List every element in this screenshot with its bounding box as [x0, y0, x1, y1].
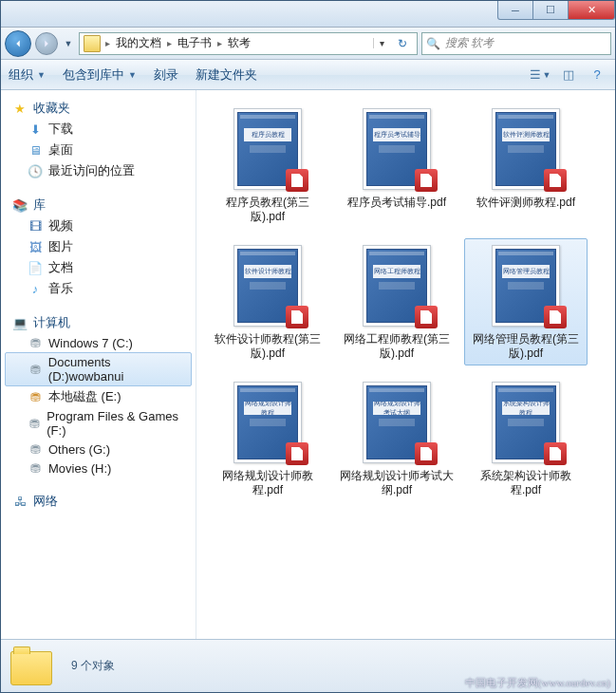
- burn-button[interactable]: 刻录: [154, 66, 178, 84]
- file-name: 程序员考试辅导.pdf: [347, 196, 446, 210]
- search-icon: 🔍: [426, 37, 441, 50]
- sidebar-item-pictures[interactable]: 🖼图片: [1, 236, 196, 257]
- new-folder-button[interactable]: 新建文件夹: [196, 66, 257, 84]
- file-name: 网络管理员教程(第三版).pdf: [469, 332, 583, 361]
- file-item[interactable]: 程序员教程程序员教程(第三版).pdf: [206, 102, 329, 229]
- sidebar-item-downloads[interactable]: ⬇下载: [1, 119, 196, 140]
- file-thumbnail: 网络管理员教程: [483, 243, 569, 328]
- preview-pane-button[interactable]: ◫: [558, 65, 579, 85]
- watermark: 中国电子开发网(www.ourdev.cn): [465, 676, 610, 690]
- file-thumbnail: 网络工程师教程: [354, 243, 439, 328]
- breadcrumb-segment[interactable]: 软考: [227, 35, 252, 51]
- sidebar-item-drive-h[interactable]: ⛃Movies (H:): [1, 459, 196, 478]
- drive-icon: ⛃: [28, 416, 41, 431]
- refresh-button[interactable]: ↻: [392, 37, 413, 50]
- minimize-button[interactable]: ─: [497, 1, 533, 20]
- file-item[interactable]: 网络管理员教程网络管理员教程(第三版).pdf: [464, 238, 588, 365]
- drive-icon: ⛃: [28, 335, 43, 350]
- network-icon: 🖧: [12, 494, 28, 509]
- drive-icon: ⛃: [28, 460, 43, 476]
- computer-header[interactable]: 💻 计算机: [1, 312, 196, 333]
- sidebar-item-drive-g[interactable]: ⛃Others (G:): [1, 440, 196, 459]
- file-item[interactable]: 网络工程师教程网络工程师教程(第三版).pdf: [335, 238, 458, 365]
- music-icon: ♪: [28, 281, 43, 296]
- drive-icon: ⛃: [28, 389, 43, 404]
- history-dropdown[interactable]: ▼: [62, 39, 75, 48]
- file-thumbnail: 软件评测师教程: [483, 106, 569, 192]
- breadcrumb-separator: ▸: [103, 38, 113, 48]
- search-input[interactable]: 🔍 搜索 软考: [421, 32, 611, 55]
- navigation-pane: ★ 收藏夹 ⬇下载 🖥桌面 🕓最近访问的位置 📚 库 🎞视频 🖼图片 📄文档 ♪…: [1, 90, 196, 639]
- file-item[interactable]: 系统架构设计师教程系统架构设计师教程.pdf: [464, 375, 588, 502]
- address-dropdown[interactable]: ▾: [373, 38, 390, 48]
- video-icon: 🎞: [28, 218, 43, 234]
- pdf-icon: [415, 169, 438, 192]
- toolbar: 组织▼ 包含到库中▼ 刻录 新建文件夹 ☰▼ ◫ ?: [1, 60, 615, 90]
- file-name: 系统架构设计师教程.pdf: [469, 469, 583, 497]
- sidebar-item-drive-c[interactable]: ⛃Windows 7 (C:): [1, 333, 196, 352]
- breadcrumb-segment[interactable]: 电子书: [177, 35, 213, 51]
- address-bar[interactable]: ▸ 我的文档 ▸ 电子书 ▸ 软考 ▾ ↻: [79, 32, 418, 55]
- libraries-header[interactable]: 📚 库: [1, 195, 196, 215]
- file-item[interactable]: 程序员考试辅导程序员考试辅导.pdf: [335, 102, 458, 229]
- status-count: 9 个对象: [71, 658, 115, 674]
- maximize-button[interactable]: ☐: [532, 1, 569, 20]
- file-item[interactable]: 网络规划设计师教程网络规划设计师教程.pdf: [206, 375, 329, 502]
- organize-menu[interactable]: 组织▼: [9, 66, 46, 84]
- sidebar-item-music[interactable]: ♪音乐: [1, 278, 196, 299]
- sidebar-item-documents[interactable]: 📄文档: [1, 257, 196, 278]
- pdf-icon: [286, 306, 308, 328]
- library-icon: 📚: [12, 197, 28, 213]
- help-button[interactable]: ?: [587, 65, 607, 85]
- search-placeholder: 搜索 软考: [445, 35, 494, 51]
- favorites-header[interactable]: ★ 收藏夹: [1, 98, 196, 119]
- computer-icon: 💻: [12, 315, 28, 330]
- sidebar-item-desktop[interactable]: 🖥桌面: [1, 140, 196, 160]
- file-list: 程序员教程程序员教程(第三版).pdf程序员考试辅导程序员考试辅导.pdf软件评…: [196, 90, 615, 639]
- file-thumbnail: 程序员考试辅导: [354, 106, 439, 192]
- file-item[interactable]: 网络规划设计师考试大纲网络规划设计师考试大纲.pdf: [335, 375, 458, 502]
- navigation-bar: ▼ ▸ 我的文档 ▸ 电子书 ▸ 软考 ▾ ↻ 🔍 搜索 软考: [1, 28, 615, 60]
- breadcrumb-separator: ▸: [215, 38, 225, 48]
- view-options-button[interactable]: ☰▼: [530, 65, 551, 85]
- document-icon: 📄: [28, 260, 43, 275]
- pdf-icon: [286, 169, 308, 192]
- breadcrumb-separator: ▸: [164, 38, 175, 48]
- sidebar-item-videos[interactable]: 🎞视频: [1, 215, 196, 236]
- pdf-icon: [415, 306, 438, 328]
- arrow-left-icon: [11, 37, 25, 50]
- file-thumbnail: 网络规划设计师考试大纲: [354, 380, 439, 465]
- arrow-right-icon: [40, 37, 53, 50]
- file-name: 网络规划设计师考试大纲.pdf: [340, 469, 454, 497]
- pdf-icon: [544, 169, 567, 192]
- titlebar: ─ ☐ ✕: [1, 1, 615, 28]
- recent-icon: 🕓: [28, 163, 43, 178]
- pdf-icon: [415, 442, 438, 465]
- forward-button[interactable]: [35, 32, 58, 55]
- file-name: 程序员教程(第三版).pdf: [211, 196, 325, 224]
- pdf-icon: [286, 442, 308, 465]
- file-name: 软件评测师教程.pdf: [476, 196, 575, 210]
- file-thumbnail: 网络规划设计师教程: [225, 380, 310, 465]
- network-header[interactable]: 🖧 网络: [1, 491, 196, 512]
- close-button[interactable]: ✕: [568, 1, 615, 20]
- sidebar-item-recent[interactable]: 🕓最近访问的位置: [1, 160, 196, 181]
- drive-icon: ⛃: [28, 441, 43, 457]
- desktop-icon: 🖥: [28, 142, 43, 158]
- file-thumbnail: 软件设计师教程: [225, 243, 310, 328]
- file-thumbnail: 程序员教程: [225, 106, 310, 192]
- file-item[interactable]: 软件评测师教程软件评测师教程.pdf: [464, 102, 588, 229]
- include-in-library-menu[interactable]: 包含到库中▼: [63, 66, 137, 84]
- pdf-icon: [544, 442, 567, 465]
- folder-large-icon: [10, 646, 56, 687]
- folder-icon: [84, 35, 101, 52]
- pdf-icon: [544, 306, 567, 328]
- sidebar-item-drive-e[interactable]: ⛃本地磁盘 (E:): [1, 386, 196, 407]
- body: ★ 收藏夹 ⬇下载 🖥桌面 🕓最近访问的位置 📚 库 🎞视频 🖼图片 📄文档 ♪…: [1, 90, 615, 639]
- sidebar-item-drive-d[interactable]: ⛃Documents (D:)wowbanui: [5, 352, 192, 386]
- breadcrumb-segment[interactable]: 我的文档: [115, 35, 162, 51]
- file-name: 网络工程师教程(第三版).pdf: [340, 332, 454, 361]
- back-button[interactable]: [5, 30, 31, 57]
- file-item[interactable]: 软件设计师教程软件设计师教程(第三版).pdf: [206, 238, 329, 365]
- sidebar-item-drive-f[interactable]: ⛃Program Files & Games (F:): [1, 407, 196, 440]
